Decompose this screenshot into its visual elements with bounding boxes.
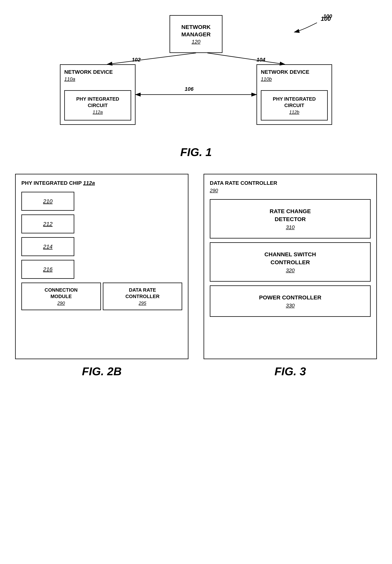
nd-right-ref: 110b xyxy=(261,76,310,82)
connection-module-box: CONNECTIONMODULE 290 xyxy=(21,282,101,310)
fig2b-label: FIG. 2B xyxy=(82,365,122,378)
svg-line-2 xyxy=(107,53,196,64)
network-device-left-box: NETWORK DEVICE 110a PHY INTEGRATEDCIRCUI… xyxy=(60,64,135,125)
nd-left-ref: 110a xyxy=(64,76,113,82)
network-manager-box: NETWORKMANAGER 120 xyxy=(170,15,222,53)
rate-change-detector-ref: 310 xyxy=(286,224,295,230)
phy-ic-left-title: PHY INTEGRATEDCIRCUIT xyxy=(76,96,119,109)
fig1-label: FIG. 1 xyxy=(180,146,212,159)
svg-text:104: 104 xyxy=(257,57,265,63)
phy-ic-left-box: PHY INTEGRATEDCIRCUIT 112a xyxy=(64,90,131,120)
fig1-section: 100 NETWORKMANAGER 120 NETWORK DEVICE 11… xyxy=(15,11,377,159)
bottom-modules-row: CONNECTIONMODULE 290 DATA RATECONTROLLER… xyxy=(21,282,182,310)
rate-change-detector-title: RATE CHANGEDETECTOR xyxy=(270,207,311,223)
phy-ic-left-ref: 112a xyxy=(93,110,103,115)
drc-outer-title: DATA RATE CONTROLLER xyxy=(210,180,371,186)
power-controller-ref: 330 xyxy=(286,303,295,309)
module-210-ref: 210 xyxy=(36,192,60,210)
fig1-diagram: 100 NETWORKMANAGER 120 NETWORK DEVICE 11… xyxy=(45,11,347,140)
module-212-box: 212 xyxy=(21,214,74,233)
svg-text:102: 102 xyxy=(132,57,141,63)
power-controller-title: POWER CONTROLLER xyxy=(259,294,322,301)
nd-left-title: NETWORK DEVICE xyxy=(64,69,113,75)
drc-outer-box: DATA RATE CONTROLLER 290 RATE CHANGEDETE… xyxy=(203,174,377,359)
module-210-box: 210 xyxy=(21,192,74,211)
connection-module-ref: 290 xyxy=(57,300,65,306)
channel-switch-controller-box: CHANNEL SWITCHCONTROLLER 320 xyxy=(210,242,371,282)
phy-chip-title: PHY INTEGRATED CHIP 112a xyxy=(21,180,182,186)
nd-right-title: NETWORK DEVICE xyxy=(261,69,310,75)
module-212-ref: 212 xyxy=(36,215,60,233)
fig3-column: DATA RATE CONTROLLER 290 RATE CHANGEDETE… xyxy=(203,174,377,378)
data-rate-controller-295-box: DATA RATECONTROLLER 295 xyxy=(103,282,182,310)
channel-switch-controller-ref: 320 xyxy=(286,268,295,273)
phy-chip-ref: 112a xyxy=(83,180,95,186)
fig3-label: FIG. 3 xyxy=(274,365,306,378)
module-216-box: 216 xyxy=(21,260,74,279)
phy-ic-right-box: PHY INTEGRATEDCIRCUIT 112b xyxy=(261,90,328,120)
page-container: 100 NETWORKMANAGER 120 NETWORK DEVICE 11… xyxy=(0,0,392,564)
nm-title: NETWORKMANAGER xyxy=(181,23,211,38)
svg-line-3 xyxy=(207,53,285,64)
module-214-ref: 214 xyxy=(36,238,60,255)
fig2b-column: PHY INTEGRATED CHIP 112a 210 212 214 216 xyxy=(15,174,189,378)
phy-ic-right-ref: 112b xyxy=(289,110,299,115)
connection-module-title: CONNECTIONMODULE xyxy=(45,287,78,300)
network-device-right-box: NETWORK DEVICE 110b PHY INTEGRATEDCIRCUI… xyxy=(257,64,332,125)
rate-change-detector-box: RATE CHANGEDETECTOR 310 xyxy=(210,199,371,239)
module-216-ref: 216 xyxy=(36,260,60,278)
data-rate-controller-295-ref: 295 xyxy=(139,300,146,306)
phy-ic-right-title: PHY INTEGRATEDCIRCUIT xyxy=(273,96,316,109)
nm-ref: 120 xyxy=(192,39,201,45)
drc-outer-ref: 290 xyxy=(210,188,371,194)
data-rate-controller-295-title: DATA RATECONTROLLER xyxy=(125,287,160,300)
phy-chip-outer-box: PHY INTEGRATED CHIP 112a 210 212 214 216 xyxy=(15,174,189,359)
channel-switch-controller-title: CHANNEL SWITCHCONTROLLER xyxy=(264,250,316,266)
power-controller-box: POWER CONTROLLER 330 xyxy=(210,285,371,317)
svg-text:106: 106 xyxy=(185,86,193,92)
fig2b-fig3-section: PHY INTEGRATED CHIP 112a 210 212 214 216 xyxy=(15,174,377,378)
ref-100-label: 100 xyxy=(323,13,332,19)
module-214-box: 214 xyxy=(21,237,74,256)
